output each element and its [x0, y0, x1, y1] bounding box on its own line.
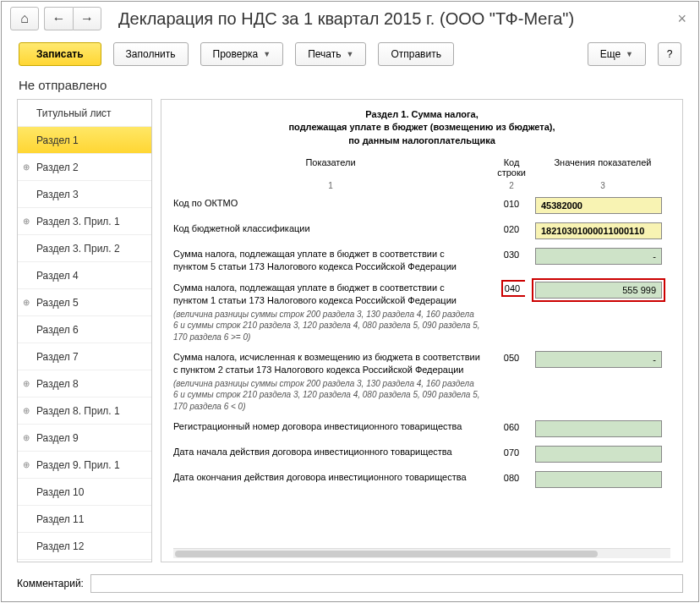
sidebar-item-label: Раздел 10: [36, 486, 84, 498]
row-code: 070: [488, 446, 535, 458]
row-code: 060: [488, 420, 535, 432]
form-row-020: Код бюджетной классификации0201821030100…: [173, 222, 670, 239]
sidebar-item-5[interactable]: Раздел 3. Прил. 2: [18, 235, 151, 262]
expand-icon[interactable]: ⊕: [23, 298, 30, 307]
sidebar-item-6[interactable]: Раздел 4: [18, 262, 151, 289]
form-row-040: Сумма налога, подлежащая уплате в бюджет…: [173, 282, 670, 343]
sidebar-item-0[interactable]: Титульный лист: [18, 100, 151, 127]
value-field-010[interactable]: 45382000: [535, 197, 662, 214]
expand-icon[interactable]: ⊕: [23, 379, 30, 388]
value-field-020[interactable]: 18210301000011000110: [535, 222, 662, 239]
back-button[interactable]: ←: [44, 7, 73, 30]
form-row-030: Сумма налога, подлежащая уплате в бюджет…: [173, 248, 670, 273]
body: Титульный листРаздел 1⊕Раздел 2Раздел 3⊕…: [2, 99, 698, 569]
col-indicators: Показатели: [173, 157, 488, 178]
form-row-050: Сумма налога, исчисленная к возмещению и…: [173, 351, 670, 412]
row-code: 020: [488, 222, 535, 234]
row-value-cell: [535, 446, 670, 463]
horizontal-scrollbar[interactable]: [173, 548, 670, 558]
row-value-cell: 45382000: [535, 197, 670, 214]
row-code: 080: [488, 471, 535, 483]
sidebar-item-label: Раздел 2: [36, 162, 79, 173]
sidebar-item-14[interactable]: Раздел 10: [18, 479, 151, 506]
expand-icon[interactable]: ⊕: [23, 217, 30, 226]
value-field-080[interactable]: [535, 471, 662, 488]
check-button[interactable]: Проверка ▼: [200, 42, 284, 66]
sidebar-item-label: Раздел 11: [36, 513, 84, 525]
row-note: (величина разницы суммы строк 200 раздел…: [173, 309, 481, 343]
more-button[interactable]: Еще ▼: [588, 42, 646, 66]
arrow-left-icon: ←: [52, 11, 66, 26]
sidebar-item-8[interactable]: Раздел 6: [18, 316, 151, 343]
arrow-right-icon: →: [80, 11, 94, 26]
sidebar-item-7[interactable]: ⊕Раздел 5: [18, 289, 151, 316]
row-label: Регистрационный номер договора инвестици…: [173, 420, 488, 433]
row-value-cell: [535, 351, 670, 368]
sidebar-item-label: Раздел 4: [36, 270, 79, 282]
sidebar-item-12[interactable]: ⊕Раздел 9: [18, 425, 151, 452]
sidebar-item-4[interactable]: ⊕Раздел 3. Прил. 1: [18, 208, 151, 235]
print-button[interactable]: Печать ▼: [295, 42, 366, 66]
sidebar-item-11[interactable]: ⊕Раздел 8. Прил. 1: [18, 397, 151, 425]
row-label: Дата начала действия договора инвестицио…: [173, 446, 488, 458]
sidebar-item-label: Раздел 3. Прил. 1: [36, 216, 120, 227]
expand-icon[interactable]: ⊕: [23, 460, 30, 469]
home-button[interactable]: ⌂: [10, 7, 39, 30]
value-field-060[interactable]: [535, 420, 662, 437]
sidebar-item-16[interactable]: Раздел 12: [18, 533, 151, 560]
sidebar-item-13[interactable]: ⊕Раздел 9. Прил. 1: [18, 452, 151, 479]
forward-button[interactable]: →: [73, 7, 101, 30]
sidebar-item-label: Раздел 8: [36, 378, 79, 390]
row-code: 010: [488, 197, 535, 209]
row-code: 050: [488, 351, 535, 363]
comment-input[interactable]: [90, 574, 683, 593]
row-note: (величина разницы суммы строк 200 раздел…: [173, 378, 481, 413]
sidebar-item-15[interactable]: Раздел 11: [18, 506, 151, 533]
col-code: Кодстроки: [488, 157, 535, 178]
expand-icon[interactable]: ⊕: [23, 162, 30, 172]
row-label: Дата окончания действия договора инвести…: [173, 471, 488, 484]
sidebar-item-1[interactable]: Раздел 1: [18, 127, 151, 154]
value-field-070[interactable]: [535, 446, 662, 463]
row-label: Сумма налога, подлежащая уплате в бюджет…: [173, 282, 488, 343]
row-value-cell: 18210301000011000110: [535, 222, 670, 239]
sidebar-list[interactable]: Титульный листРаздел 1⊕Раздел 2Раздел 3⊕…: [17, 99, 152, 562]
scrollbar-thumb[interactable]: [175, 551, 598, 557]
page-title: Декларация по НДС за 1 квартал 2015 г. (…: [118, 9, 674, 29]
value-field-050[interactable]: [535, 351, 662, 368]
row-code: 030: [488, 248, 535, 260]
sidebar-item-label: Раздел 8. Прил. 1: [36, 405, 120, 417]
value-field-040[interactable]: 555 999: [535, 282, 662, 299]
form-row-010: Код по ОКТМО01045382000: [173, 197, 670, 214]
sidebar-item-label: Раздел 12: [36, 540, 84, 552]
sidebar: Титульный листРаздел 1⊕Раздел 2Раздел 3⊕…: [17, 99, 152, 562]
chevron-down-icon: ▼: [263, 50, 271, 58]
sidebar-item-10[interactable]: ⊕Раздел 8: [18, 370, 151, 397]
sidebar-item-label: Титульный лист: [36, 107, 112, 119]
section-heading: Раздел 1. Сумма налога, подлежащая уплат…: [173, 108, 670, 147]
expand-icon[interactable]: ⊕: [23, 433, 30, 442]
row-value-cell: 555 999: [535, 282, 670, 299]
toolbar: Записать Заполнить Проверка ▼ Печать ▼ О…: [2, 39, 698, 74]
home-icon: ⌂: [20, 11, 29, 26]
expand-icon[interactable]: ⊕: [23, 406, 30, 415]
help-button[interactable]: ?: [658, 42, 681, 66]
columns-header: Показатели Кодстроки Значения показателе…: [173, 157, 670, 178]
sidebar-item-3[interactable]: Раздел 3: [18, 181, 151, 208]
titlebar: ⌂ ← → Декларация по НДС за 1 квартал 201…: [2, 2, 698, 39]
rows-container: Код по ОКТМО01045382000Код бюджетной кла…: [173, 197, 670, 545]
row-value-cell: [535, 420, 670, 437]
footer: Комментарий:: [2, 569, 698, 601]
fill-button[interactable]: Заполнить: [113, 42, 189, 66]
sub-header: 1 2 3: [173, 181, 670, 190]
comment-label: Комментарий:: [17, 578, 84, 589]
send-button[interactable]: Отправить: [378, 42, 454, 66]
sidebar-item-9[interactable]: Раздел 7: [18, 343, 151, 370]
close-button[interactable]: ×: [674, 10, 690, 28]
form-row-060: Регистрационный номер договора инвестици…: [173, 420, 670, 437]
record-button[interactable]: Записать: [19, 42, 101, 66]
value-field-030[interactable]: [535, 248, 662, 265]
sidebar-item-2[interactable]: ⊕Раздел 2: [18, 154, 151, 181]
status-text: Не отправлено: [2, 74, 698, 99]
sidebar-item-label: Раздел 9. Прил. 1: [36, 459, 120, 471]
